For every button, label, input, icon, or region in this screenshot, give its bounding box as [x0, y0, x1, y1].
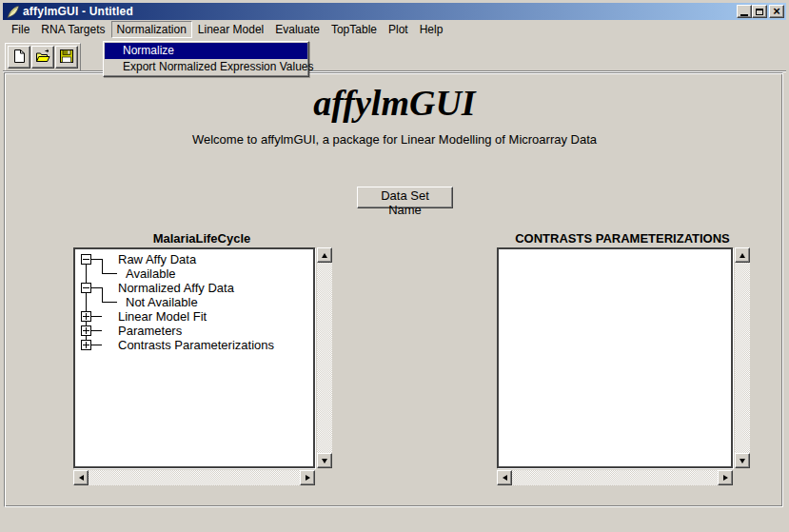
feather-app-icon: [6, 5, 20, 19]
scroll-right-button[interactable]: [718, 470, 733, 485]
welcome-text: Welcome to affylmGUI, a package for Line…: [0, 132, 789, 147]
minus-box-icon[interactable]: [81, 283, 91, 293]
dataset-tree-listbox[interactable]: Raw Affy Data Available Normalized Affy …: [73, 247, 315, 468]
maximize-button[interactable]: [752, 5, 767, 18]
menu-item-normalize[interactable]: Normalize: [105, 43, 307, 59]
normalization-dropdown-menu: Normalize Export Normalized Expression V…: [103, 41, 309, 77]
save-floppy-icon: [59, 49, 74, 67]
menu-normalization[interactable]: Normalization: [111, 21, 192, 38]
data-set-name-button[interactable]: Data Set Name: [357, 187, 453, 208]
horizontal-scrollbar-track[interactable]: [512, 470, 718, 485]
right-horizontal-scrollbar[interactable]: [497, 470, 733, 485]
open-file-button[interactable]: [31, 46, 54, 69]
left-horizontal-scrollbar[interactable]: [73, 470, 315, 485]
horizontal-scrollbar-track[interactable]: [89, 470, 300, 485]
save-file-button[interactable]: [55, 46, 78, 69]
contrasts-panel: [497, 247, 750, 485]
contrasts-listbox[interactable]: [497, 247, 733, 468]
scroll-up-button[interactable]: [735, 247, 750, 263]
vertical-scrollbar-track[interactable]: [317, 263, 332, 453]
right-vertical-scrollbar[interactable]: [735, 247, 750, 468]
left-panel-header: MalariaLifeCycle: [73, 231, 330, 246]
toolbar: [5, 43, 81, 71]
new-file-button[interactable]: [8, 46, 30, 69]
title-bar[interactable]: affylmGUI - Untitled ×: [3, 3, 786, 20]
minimize-icon: [740, 14, 748, 16]
menu-help[interactable]: Help: [414, 21, 449, 38]
menu-item-export-normalized[interactable]: Export Normalized Expression Values: [105, 59, 307, 75]
scroll-down-button[interactable]: [735, 453, 750, 468]
arrow-down-icon: [322, 459, 327, 463]
close-button[interactable]: ×: [769, 5, 784, 18]
scroll-left-button[interactable]: [73, 470, 89, 485]
tree-item-contrasts-parameterizations[interactable]: Contrasts Parameterizations: [75, 338, 313, 352]
new-document-icon: [11, 49, 27, 67]
scroll-up-button[interactable]: [317, 247, 332, 263]
plus-box-icon[interactable]: [81, 325, 91, 336]
menu-plot[interactable]: Plot: [383, 21, 414, 38]
app-title: affylmGUI: [0, 82, 789, 124]
application-window: affylmGUI - Untitled × File RNA Targets …: [0, 0, 789, 532]
left-vertical-scrollbar[interactable]: [317, 247, 332, 468]
scroll-left-button[interactable]: [497, 470, 512, 485]
menu-evaluate[interactable]: Evaluate: [269, 21, 325, 38]
scroll-right-button[interactable]: [300, 470, 315, 485]
arrow-left-icon: [79, 475, 84, 481]
arrow-left-icon: [503, 475, 507, 481]
scroll-down-button[interactable]: [317, 453, 332, 468]
window-title: affylmGUI - Untitled: [23, 5, 133, 18]
arrow-up-icon: [322, 253, 327, 258]
open-folder-icon: [35, 49, 50, 67]
tree-item-available[interactable]: Available: [75, 266, 313, 281]
arrow-right-icon: [306, 475, 310, 481]
menu-file[interactable]: File: [6, 21, 35, 38]
menu-linear-model[interactable]: Linear Model: [192, 21, 269, 38]
window-controls: ×: [737, 5, 784, 18]
tree-item-parameters[interactable]: Parameters: [75, 324, 313, 338]
arrow-right-icon: [723, 475, 728, 481]
menu-rna-targets[interactable]: RNA Targets: [35, 21, 110, 38]
tree-item-raw-affy-data[interactable]: Raw Affy Data: [75, 252, 313, 266]
plus-box-icon[interactable]: [81, 311, 91, 322]
arrow-down-icon: [740, 459, 745, 463]
minimize-button[interactable]: [737, 5, 752, 18]
minus-box-icon[interactable]: [81, 254, 91, 265]
tree-item-linear-model-fit[interactable]: Linear Model Fit: [75, 309, 313, 324]
tree-item-normalized-affy-data[interactable]: Normalized Affy Data: [75, 281, 313, 295]
right-panel-header: CONTRASTS PARAMETERIZATIONS: [497, 231, 748, 246]
vertical-scrollbar-track[interactable]: [735, 263, 750, 453]
dataset-tree-panel: Raw Affy Data Available Normalized Affy …: [73, 247, 332, 485]
tree-item-not-available[interactable]: Not Available: [75, 295, 313, 309]
menu-toptable[interactable]: TopTable: [325, 21, 383, 38]
close-icon: ×: [773, 7, 780, 16]
menu-bar: File RNA Targets Normalization Linear Mo…: [3, 20, 786, 39]
plus-box-icon[interactable]: [81, 340, 91, 350]
dataset-tree: Raw Affy Data Available Normalized Affy …: [75, 249, 313, 352]
arrow-up-icon: [740, 253, 745, 258]
maximize-icon: [756, 9, 763, 15]
